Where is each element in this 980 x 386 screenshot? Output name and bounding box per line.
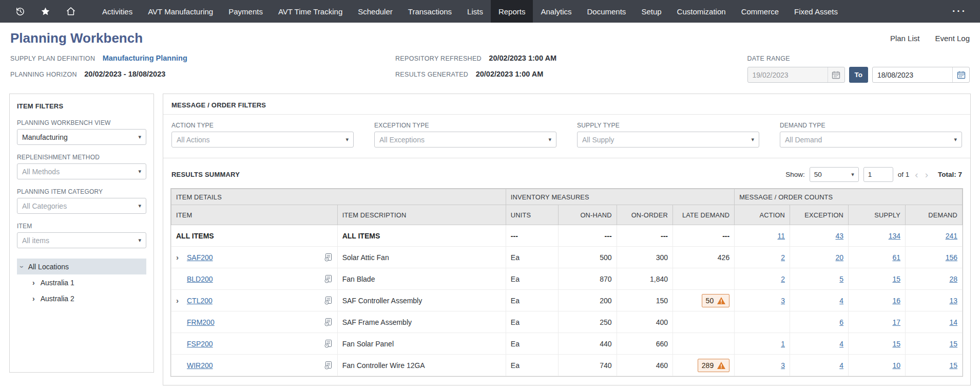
action-count-link[interactable]: 3 [781,361,785,370]
supply-count-link[interactable]: 10 [892,361,900,370]
item-link[interactable]: FSP200 [187,340,213,348]
exception-count-link[interactable]: 4 [839,340,843,348]
exception-count-link[interactable]: 5 [839,275,843,283]
item-link[interactable]: FRM200 [187,318,215,326]
on-hand-cell: 440 [558,333,617,355]
demand-count-link[interactable]: 156 [946,253,957,262]
item-link[interactable]: WIR200 [187,361,213,370]
planning-item-category-select[interactable]: All Categories ▾ [17,198,146,214]
exception-count-link[interactable]: 43 [836,232,844,240]
item-filters-title: ITEM FILTERS [17,102,146,110]
expand-chevron-icon[interactable]: › [176,253,187,262]
demand-count-link[interactable]: 13 [949,297,957,305]
supply-type-label: SUPPLY TYPE [577,122,759,129]
supply-plan-definition-link[interactable]: Manufacturing Planning [103,54,187,62]
nav-item-payments[interactable]: Payments [221,0,271,23]
recent-records-icon[interactable] [15,7,25,16]
expand-chevron-icon[interactable]: › [32,295,35,303]
nav-item-scheduler[interactable]: Scheduler [350,0,400,23]
item-plan-details-icon[interactable] [324,296,333,305]
item-plan-details-icon[interactable] [324,361,333,370]
previous-page-icon[interactable]: ‹ [914,169,919,180]
nav-item-customization[interactable]: Customization [669,0,734,23]
demand-count-link[interactable]: 14 [949,318,957,326]
supply-count-link[interactable]: 15 [892,340,900,348]
supply-count-link[interactable]: 15 [892,275,900,283]
nav-item-avt-time-tracking[interactable]: AVT Time Tracking [271,0,350,23]
tree-item-australia-2[interactable]: › Australia 2 [17,290,146,306]
exception-count-link[interactable]: 6 [839,318,843,326]
expand-chevron-icon[interactable]: › [176,296,187,305]
date-from-input[interactable] [748,71,828,79]
nav-item-activities[interactable]: Activities [94,0,140,23]
nav-item-transactions[interactable]: Transactions [400,0,459,23]
nav-item-avt-manufacturing[interactable]: AVT Manufacturing [140,0,221,23]
collapse-chevron-icon[interactable]: › [18,265,26,268]
item-plan-details-icon[interactable] [324,274,333,283]
nav-item-fixed-assets[interactable]: Fixed Assets [786,0,846,23]
tree-item-australia-1[interactable]: › Australia 1 [17,274,146,290]
item-link[interactable]: BLD200 [187,275,213,283]
units-cell: --- [506,225,558,247]
item-link[interactable]: CTL200 [187,297,213,305]
expand-chevron-icon[interactable]: › [32,279,35,287]
tree-item-all-locations[interactable]: › All Locations [17,259,146,274]
exception-count-link[interactable]: 20 [836,253,844,262]
calendar-icon[interactable] [952,67,969,82]
show-count-select[interactable]: 50 ▾ [810,167,859,182]
demand-count-link[interactable]: 15 [949,361,957,370]
exception-count-link[interactable]: 4 [839,297,843,305]
exception-type-select[interactable]: All Exceptions ▾ [374,132,556,148]
supply-count-link[interactable]: 61 [892,253,900,262]
demand-count-link[interactable]: 241 [946,232,957,240]
supply-count-link[interactable]: 134 [889,232,900,240]
nav-item-analytics[interactable]: Analytics [533,0,579,23]
column-header-demand: DEMAND [906,205,963,225]
demand-type-select[interactable]: All Demand ▾ [780,132,962,148]
planning-workbench-view-select[interactable]: Manufacturing ▾ [17,129,146,145]
demand-count-link[interactable]: 15 [949,340,957,348]
nav-item-setup[interactable]: Setup [633,0,669,23]
item-plan-details-icon[interactable] [324,318,333,326]
item-select[interactable]: All items ▾ [17,232,146,248]
nav-item-commerce[interactable]: Commerce [734,0,786,23]
calendar-icon[interactable] [828,67,844,82]
description-cell: ALL ITEMS [337,225,506,247]
replenishment-method-select[interactable]: All Methods ▾ [17,163,146,179]
item-link[interactable]: SAF200 [187,253,213,262]
date-to-button[interactable]: To [849,67,869,83]
description-cell: Fan Controller Wire 12GA [337,355,506,376]
item-plan-details-icon[interactable] [324,253,333,262]
supply-count-link[interactable]: 17 [892,318,900,326]
action-count-link[interactable]: 2 [781,275,785,283]
nav-item-lists[interactable]: Lists [459,0,491,23]
demand-count-link[interactable]: 28 [949,275,957,283]
event-log-link[interactable]: Event Log [935,34,970,43]
item-plan-details-icon[interactable] [324,339,333,348]
results-summary-title: RESULTS SUMMARY [171,171,240,178]
on-order-cell: 1,840 [617,268,672,290]
next-page-icon[interactable]: › [924,169,929,180]
action-count-link[interactable]: 1 [781,340,785,348]
action-count-link[interactable]: 2 [781,253,785,262]
plan-list-link[interactable]: Plan List [890,34,920,43]
home-icon[interactable] [66,6,76,16]
supply-count-link[interactable]: 16 [892,297,900,305]
nav-overflow-button[interactable]: ··· [952,6,967,17]
nav-item-reports[interactable]: Reports [491,0,533,23]
on-hand-cell: 740 [558,355,617,376]
action-type-select[interactable]: All Actions ▾ [171,132,354,148]
units-cell: Ea [506,355,558,376]
date-to-input[interactable] [873,71,952,79]
action-count-link[interactable]: 3 [781,297,785,305]
main-content: ITEM FILTERS PLANNING WORKBENCH VIEW Man… [0,94,980,385]
date-range-label: DATE RANGE [747,55,790,62]
page-number-input[interactable] [863,167,893,182]
action-count-link[interactable]: 11 [778,232,785,240]
supply-type-select[interactable]: All Supply ▾ [577,132,759,148]
nav-item-documents[interactable]: Documents [580,0,634,23]
shortcuts-star-icon[interactable] [41,7,50,16]
demand-type-label: DEMAND TYPE [780,122,962,129]
plan-summary-bar: SUPPLY PLAN DEFINITION Manufacturing Pla… [0,47,980,94]
exception-count-link[interactable]: 4 [839,361,843,370]
